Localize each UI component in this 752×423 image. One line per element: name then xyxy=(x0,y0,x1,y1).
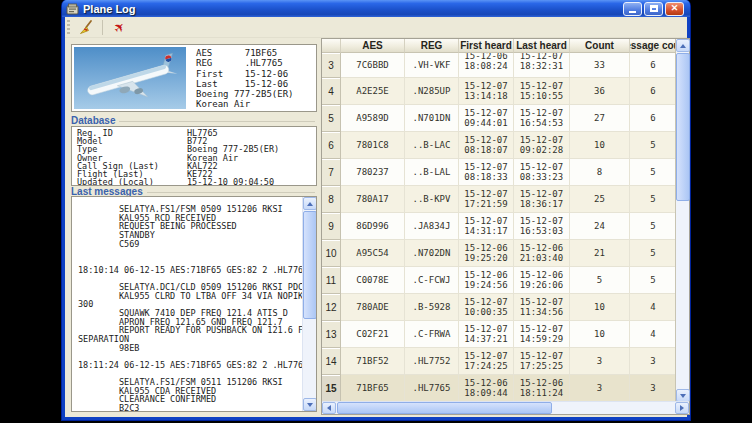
cell-last-heard-time: 09:02:28 xyxy=(520,145,563,155)
cell-last-heard-date: 15-12-07 xyxy=(520,297,563,307)
cell-first-heard-time: 17:21:59 xyxy=(464,199,507,209)
cell-count: 27 xyxy=(570,105,630,132)
table-row[interactable]: 37C6BBD.VH-VKF15-12-0618:08:2415-12-0718… xyxy=(322,53,676,78)
app-icon xyxy=(66,2,79,15)
table-row[interactable]: 8780A17..B-KPV15-12-0717:21:5915-12-0718… xyxy=(322,186,676,213)
cell-reg: ..B-LAL xyxy=(405,159,459,186)
cell-aes: 780237 xyxy=(341,159,405,186)
cell-message-count: 4 xyxy=(630,294,676,321)
cell-reg: .N702DN xyxy=(405,240,459,267)
cell-message-count: 3 xyxy=(630,348,676,375)
scroll-thumb[interactable] xyxy=(337,402,552,414)
cell-last-heard: 15-12-0715:10:55 xyxy=(514,78,570,105)
table-row[interactable]: 5A9589D.N701DN15-12-0709:44:0115-12-0716… xyxy=(322,105,676,132)
cell-reg: ..B-KPV xyxy=(405,186,459,213)
cell-last-heard-time: 18:11:24 xyxy=(520,388,563,398)
cell-first-heard-time: 18:08:24 xyxy=(464,61,507,71)
aircraft-photo xyxy=(74,47,186,109)
table-row[interactable]: 4A2E25E.N285UP15-12-0713:14:1815-12-0715… xyxy=(322,78,676,105)
database-field-value: 15-12-10 09:04:50 xyxy=(187,178,274,186)
cell-first-heard: 15-12-0619:25:20 xyxy=(459,240,514,267)
column-header-aes[interactable]: AES xyxy=(341,39,405,53)
cell-first-heard-date: 15-12-07 xyxy=(464,81,507,91)
cell-last-heard-lines: 15-12-0718:32:31 xyxy=(520,53,563,71)
window-title: Plane Log xyxy=(83,3,623,15)
column-header-count[interactable]: Count xyxy=(570,39,630,53)
cell-message-count: 6 xyxy=(630,53,676,78)
cell-first-heard-lines: 15-12-0713:14:18 xyxy=(464,81,507,101)
scroll-up-button[interactable] xyxy=(303,197,317,210)
scroll-left-button[interactable] xyxy=(322,402,336,414)
row-number: 5 xyxy=(322,105,341,132)
arrow-right-icon xyxy=(680,405,684,411)
cell-last-heard-date: 15-12-07 xyxy=(520,324,563,334)
table-vscrollbar[interactable] xyxy=(675,39,689,402)
table-row[interactable]: 11C0078E.C-FCWJ15-12-0619:24:5615-12-061… xyxy=(322,267,676,294)
table-row[interactable]: 1471BF52.HL775215-12-0717:24:2515-12-071… xyxy=(322,348,676,375)
cell-first-heard-lines: 15-12-0717:21:59 xyxy=(464,189,507,209)
cell-first-heard: 15-12-0713:14:18 xyxy=(459,78,514,105)
table-row[interactable]: 13C02F21.C-FRWA15-12-0714:37:2115-12-071… xyxy=(322,321,676,348)
group-divider xyxy=(147,192,315,193)
cell-first-heard-time: 18:09:44 xyxy=(464,388,507,398)
minimize-button[interactable] xyxy=(623,2,642,16)
row-number: 12 xyxy=(322,294,341,321)
cell-count: 10 xyxy=(570,321,630,348)
table-row[interactable]: 1571BF65.HL776515-12-0618:09:4415-12-061… xyxy=(322,375,676,402)
toolbar-grip[interactable] xyxy=(67,20,70,35)
messages-scrollbar[interactable] xyxy=(302,197,316,411)
cell-aes: 7801C8 xyxy=(341,132,405,159)
cell-last-heard-lines: 15-12-0621:03:40 xyxy=(520,243,563,263)
toolbar-separator xyxy=(102,20,103,35)
scroll-thumb[interactable] xyxy=(303,211,317,319)
column-header-last-heard[interactable]: Last heard xyxy=(514,39,570,53)
aircraft-button[interactable]: ✈ xyxy=(107,18,131,37)
cell-first-heard-lines: 15-12-0618:09:44 xyxy=(464,378,507,398)
cell-aes: C02F21 xyxy=(341,321,405,348)
close-button[interactable]: ✕ xyxy=(665,2,684,16)
cell-first-heard-lines: 15-12-0708:18:07 xyxy=(464,135,507,155)
cell-message-count: 6 xyxy=(630,78,676,105)
clear-button[interactable] xyxy=(74,18,98,37)
cell-first-heard: 15-12-0714:31:17 xyxy=(459,213,514,240)
row-number: 7 xyxy=(322,159,341,186)
cell-aes: 86D996 xyxy=(341,213,405,240)
row-number: 11 xyxy=(322,267,341,294)
cell-message-count: 6 xyxy=(630,105,676,132)
arrow-up-icon xyxy=(680,44,686,48)
table-hscrollbar[interactable] xyxy=(322,401,689,414)
column-header-row-number[interactable] xyxy=(322,39,341,53)
cell-first-heard-lines: 15-12-0618:08:24 xyxy=(464,53,507,71)
column-header-reg[interactable]: REG xyxy=(405,39,459,53)
cell-first-heard-time: 14:37:21 xyxy=(464,334,507,344)
scroll-up-button[interactable] xyxy=(676,39,690,52)
column-header-first-heard[interactable]: First heard xyxy=(459,39,514,53)
table-row[interactable]: 12780ADE.B-592815-12-0710:00:3515-12-071… xyxy=(322,294,676,321)
maximize-button[interactable] xyxy=(644,2,663,16)
red-plane-icon: ✈ xyxy=(110,18,128,36)
scroll-down-button[interactable] xyxy=(303,398,317,411)
scroll-thumb[interactable] xyxy=(676,53,690,201)
cell-count: 3 xyxy=(570,348,630,375)
cell-first-heard-lines: 15-12-0708:18:33 xyxy=(464,162,507,182)
cell-message-count: 4 xyxy=(630,321,676,348)
column-header-message-count[interactable]: Message count xyxy=(630,39,676,53)
last-messages-box[interactable]: SELATYA.FS1/FSM 0509 151206 RKSI KAL955 … xyxy=(71,196,317,412)
cell-first-heard-date: 15-12-07 xyxy=(464,189,507,199)
row-number: 15 xyxy=(322,375,341,402)
table-row[interactable]: 10A95C54.N702DN15-12-0619:25:2015-12-062… xyxy=(322,240,676,267)
cell-reg: .HL7765 xyxy=(405,375,459,402)
cell-last-heard-lines: 15-12-0619:26:06 xyxy=(520,270,563,290)
scroll-right-button[interactable] xyxy=(675,402,689,414)
cell-first-heard: 15-12-0618:09:44 xyxy=(459,375,514,402)
aircraft-summary-panel: AES 71BF65 REG .HL7765 First 15-12-06 La… xyxy=(71,44,317,112)
table-row[interactable]: 67801C8..B-LAC15-12-0708:18:0715-12-0709… xyxy=(322,132,676,159)
titlebar[interactable]: Plane Log ✕ xyxy=(62,0,690,17)
cell-last-heard-date: 15-12-06 xyxy=(520,270,563,280)
cell-first-heard: 15-12-0714:37:21 xyxy=(459,321,514,348)
cell-last-heard-lines: 15-12-0618:11:24 xyxy=(520,378,563,398)
table-row[interactable]: 986D996.JA834J15-12-0714:31:1715-12-0716… xyxy=(322,213,676,240)
cell-count: 8 xyxy=(570,159,630,186)
cell-aes: A2E25E xyxy=(341,78,405,105)
table-row[interactable]: 7780237..B-LAL15-12-0708:18:3315-12-0708… xyxy=(322,159,676,186)
